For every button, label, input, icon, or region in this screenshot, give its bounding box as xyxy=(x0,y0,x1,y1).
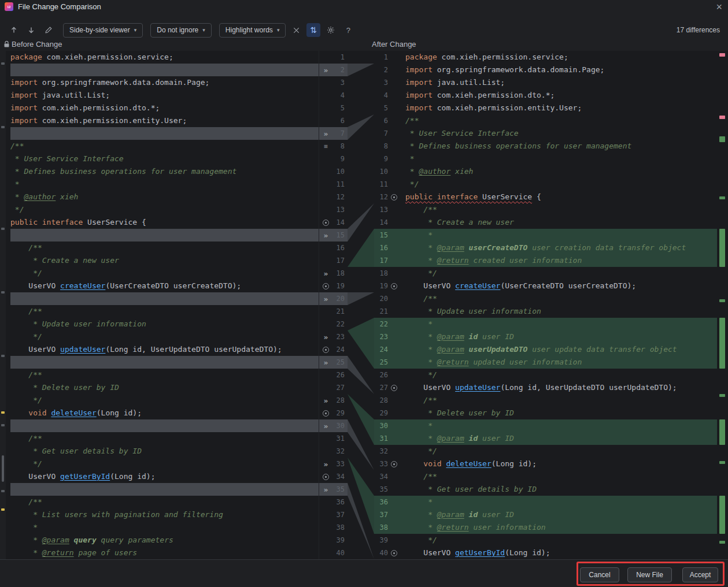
code-line[interactable]: void deleteUser(Long id); xyxy=(6,407,319,419)
code-line[interactable]: * @param userCreateDTO user creation dat… xyxy=(405,242,717,254)
whitespace-policy-dropdown[interactable]: Do not ignore ▾ xyxy=(150,23,212,38)
code-line[interactable] xyxy=(6,229,319,242)
method-marker-icon[interactable] xyxy=(321,216,330,229)
left-scroll-stripe[interactable] xyxy=(0,51,6,559)
code-line[interactable]: * @param id user ID xyxy=(405,508,717,521)
apply-change-button[interactable]: » xyxy=(321,64,330,76)
apply-change-button[interactable]: » xyxy=(321,419,330,432)
code-line[interactable]: UserVO getUserById(Long id); xyxy=(6,470,319,483)
new-file-button[interactable]: New File xyxy=(627,567,672,582)
code-line[interactable]: * User Service Interface xyxy=(405,127,717,140)
highlight-mode-dropdown[interactable]: Highlight words ▾ xyxy=(219,23,286,38)
stripe-mark[interactable] xyxy=(1,291,5,294)
sync-scrolling-button[interactable]: ⇅ xyxy=(306,23,320,37)
code-line[interactable]: public interface UserService { xyxy=(405,191,717,203)
code-line[interactable]: public interface UserService { xyxy=(6,216,319,229)
code-line[interactable]: /** xyxy=(405,114,717,127)
code-line[interactable]: */ xyxy=(405,267,717,280)
method-marker-icon[interactable] xyxy=(321,470,330,483)
code-line[interactable]: * @param query query parameters xyxy=(6,534,319,547)
cancel-button[interactable]: Cancel xyxy=(580,567,619,582)
code-line[interactable]: /** xyxy=(405,203,717,216)
close-icon[interactable]: × xyxy=(716,1,722,13)
code-line[interactable]: */ xyxy=(6,203,319,216)
code-line[interactable]: */ xyxy=(6,394,319,407)
stripe-mark[interactable] xyxy=(719,196,725,199)
code-line[interactable]: package com.xieh.permission.service; xyxy=(405,51,717,64)
right-scroll-stripe[interactable] xyxy=(717,51,728,559)
code-line[interactable]: import com.xieh.permission.entity.User; xyxy=(405,102,717,114)
stripe-mark[interactable] xyxy=(719,318,725,369)
code-line[interactable]: /** xyxy=(6,305,319,318)
stripe-mark[interactable] xyxy=(719,53,725,57)
code-line[interactable]: * User Service Interface xyxy=(6,153,319,165)
code-line[interactable] xyxy=(6,483,319,496)
code-line[interactable]: * @return user information xyxy=(405,521,717,534)
code-line[interactable]: */ xyxy=(405,445,717,458)
code-line[interactable]: * List users with pagination and filteri… xyxy=(6,508,319,521)
code-line[interactable]: /** xyxy=(6,140,319,153)
method-marker-icon[interactable] xyxy=(321,343,330,356)
code-line[interactable]: void deleteUser(Long id); xyxy=(405,458,717,470)
code-line[interactable]: * xyxy=(405,153,717,165)
settings-gear-button[interactable] xyxy=(324,23,338,37)
code-line[interactable]: */ xyxy=(405,178,717,191)
code-line[interactable]: import org.springframework.data.domain.P… xyxy=(6,76,319,89)
code-line[interactable]: * xyxy=(405,318,717,330)
code-line[interactable]: * xyxy=(6,178,319,191)
code-line[interactable]: UserVO createUser(UserCreateDTO userCrea… xyxy=(6,280,319,292)
code-line[interactable]: * xyxy=(405,419,717,432)
code-line[interactable] xyxy=(6,419,319,432)
method-marker-icon[interactable] xyxy=(390,458,398,470)
method-marker-icon[interactable] xyxy=(321,280,330,292)
code-line[interactable]: /** xyxy=(405,292,717,305)
code-line[interactable]: * xyxy=(405,496,717,508)
code-line[interactable]: * Create a new user xyxy=(405,216,717,229)
code-line[interactable]: */ xyxy=(6,458,319,470)
code-line[interactable]: * Create a new user xyxy=(6,254,319,267)
stripe-mark[interactable] xyxy=(719,229,725,267)
code-line[interactable]: * xyxy=(6,521,319,534)
code-line[interactable]: import java.util.List; xyxy=(405,76,717,89)
code-line[interactable]: * @author xieh xyxy=(6,191,319,203)
accept-button[interactable]: Accept xyxy=(682,567,718,582)
apply-change-button[interactable]: » xyxy=(321,267,330,280)
code-line[interactable]: * Delete user by ID xyxy=(405,407,717,419)
code-line[interactable]: import org.springframework.data.domain.P… xyxy=(405,64,717,76)
stripe-mark[interactable] xyxy=(719,461,725,464)
code-line[interactable]: * xyxy=(405,229,717,242)
code-line[interactable]: UserVO createUser(UserCreateDTO userCrea… xyxy=(405,280,717,292)
apply-change-button[interactable]: » xyxy=(321,229,330,242)
code-line[interactable]: /** xyxy=(6,242,319,254)
method-marker-icon[interactable] xyxy=(390,381,398,394)
code-line[interactable]: * @param userUpdateDTO user update data … xyxy=(405,343,717,356)
apply-change-button[interactable]: » xyxy=(321,356,330,369)
code-line[interactable]: /** xyxy=(6,496,319,508)
code-line[interactable]: * @return created user information xyxy=(405,254,717,267)
stripe-mark[interactable] xyxy=(719,541,725,544)
code-line[interactable]: UserVO getUserById(Long id); xyxy=(405,547,717,559)
code-line[interactable] xyxy=(6,292,319,305)
method-marker-icon[interactable] xyxy=(390,547,398,559)
code-line[interactable]: * Get user details by ID xyxy=(6,445,319,458)
code-line[interactable]: /** xyxy=(405,394,717,407)
stripe-mark[interactable] xyxy=(2,455,4,482)
code-line[interactable]: * Delete user by ID xyxy=(6,381,319,394)
stripe-mark[interactable] xyxy=(719,496,725,534)
code-line[interactable]: package com.xieh.permission.service; xyxy=(6,51,319,64)
stripe-mark[interactable] xyxy=(1,508,5,511)
stripe-mark[interactable] xyxy=(1,424,5,426)
apply-change-button[interactable]: » xyxy=(321,330,330,343)
stripe-mark[interactable] xyxy=(1,126,5,128)
code-line[interactable]: * Defines business operations for user m… xyxy=(6,165,319,178)
stripe-mark[interactable] xyxy=(1,228,5,230)
code-line[interactable]: import com.xieh.permission.dto.*; xyxy=(6,102,319,114)
apply-change-button[interactable]: » xyxy=(321,292,330,305)
next-difference-button[interactable] xyxy=(24,23,38,37)
apply-change-button[interactable]: » xyxy=(321,483,330,496)
method-marker-icon[interactable] xyxy=(321,407,330,419)
code-line[interactable]: */ xyxy=(6,267,319,280)
code-line[interactable]: /** xyxy=(6,369,319,381)
apply-change-button[interactable]: » xyxy=(321,127,330,140)
code-line[interactable]: * @param id user ID xyxy=(405,330,717,343)
